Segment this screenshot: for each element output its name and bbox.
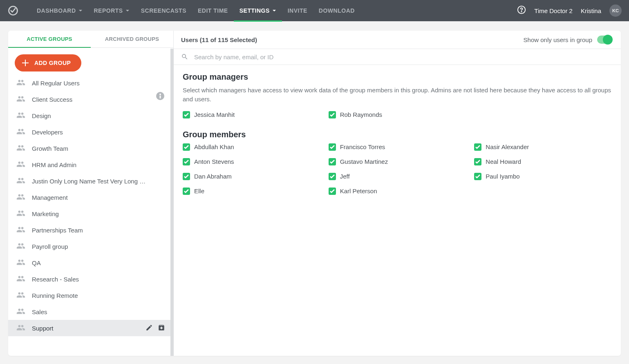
checkbox-icon	[183, 188, 190, 195]
user-checkbox[interactable]: Abdullah Khan	[183, 143, 320, 151]
user-checkbox[interactable]: Karl Peterson	[329, 188, 466, 195]
people-icon	[16, 226, 25, 234]
people-icon	[16, 145, 25, 152]
svg-point-3	[159, 94, 161, 95]
people-icon	[16, 177, 25, 185]
tab-archived-groups[interactable]: ARCHIVED GROUPS	[91, 31, 173, 47]
nav-item-settings[interactable]: SETTINGS	[234, 0, 282, 21]
add-group-button[interactable]: ADD GROUP	[15, 54, 81, 71]
user-name: Jeff	[340, 173, 350, 180]
group-label: HRM and Admin	[32, 161, 165, 168]
user-checkbox[interactable]: Jessica Manhit	[183, 111, 320, 118]
group-row[interactable]: Running Remote	[8, 287, 173, 304]
search-input[interactable]	[194, 54, 613, 60]
group-row[interactable]: Research - Sales	[8, 271, 173, 287]
nav-item-screencasts[interactable]: SCREENCASTS	[135, 0, 192, 21]
group-row[interactable]: Design	[8, 107, 173, 124]
user-name: Rob Raymonds	[340, 111, 382, 118]
people-icon	[16, 324, 25, 332]
user-checkbox[interactable]: Neal Howard	[474, 158, 612, 165]
user-checkbox[interactable]: Dan Abraham	[183, 173, 320, 180]
group-label: QA	[32, 259, 165, 266]
group-row[interactable]: Support	[8, 320, 173, 336]
checkbox-icon	[329, 173, 336, 180]
content-pane: Users (11 of 115 Selected) Show only use…	[174, 31, 621, 356]
user-name: Anton Stevens	[194, 158, 234, 165]
people-icon	[16, 210, 25, 218]
checkbox-icon	[183, 173, 190, 180]
group-label: Client Success	[32, 96, 165, 103]
user-checkbox[interactable]: Elle	[183, 188, 320, 195]
group-row[interactable]: Justin Only Long Name Test Very Long …	[8, 173, 173, 189]
people-icon	[16, 128, 25, 136]
tab-active-groups[interactable]: ACTIVE GROUPS	[8, 31, 91, 47]
group-row[interactable]: Client Success	[8, 91, 173, 107]
group-row[interactable]: Partnerships Team	[8, 222, 173, 238]
user-checkbox[interactable]: Nasir Alexander	[474, 143, 612, 151]
people-icon	[16, 259, 25, 267]
scrollbar[interactable]	[170, 49, 174, 356]
user-checkbox[interactable]: Paul Iyambo	[474, 173, 612, 180]
archive-icon[interactable]	[158, 324, 165, 333]
people-icon	[16, 243, 25, 250]
user-name: Dan Abraham	[194, 173, 232, 180]
user-checkbox[interactable]: Francisco Torres	[329, 143, 466, 151]
people-icon	[16, 275, 25, 283]
group-label: Support	[32, 325, 139, 332]
show-only-toggle[interactable]	[597, 36, 612, 44]
checkbox-icon	[474, 143, 481, 151]
help-icon[interactable]	[517, 5, 526, 16]
search-icon	[181, 53, 188, 60]
nav-item-download[interactable]: DOWNLOAD	[313, 0, 360, 21]
add-group-label: ADD GROUP	[34, 60, 71, 66]
product-name: Time Doctor 2	[534, 7, 573, 14]
sidebar: ACTIVE GROUPSARCHIVED GROUPS ADD GROUP A…	[8, 31, 174, 356]
users-count: Users (11 of 115 Selected)	[181, 36, 257, 43]
nav-item-edit-time[interactable]: EDIT TIME	[192, 0, 234, 21]
user-name: Abdullah Khan	[194, 143, 234, 150]
people-icon	[16, 161, 25, 169]
people-icon	[16, 96, 25, 103]
toggle-label: Show only users in group	[524, 36, 592, 43]
group-row[interactable]: Sales	[8, 304, 173, 320]
user-checkbox[interactable]: Gustavo Martinez	[329, 158, 466, 165]
checkbox-icon	[329, 158, 336, 165]
group-row[interactable]: HRM and Admin	[8, 156, 173, 173]
user-name: Gustavo Martinez	[340, 158, 388, 165]
user-checkbox[interactable]: Anton Stevens	[183, 158, 320, 165]
plus-icon	[22, 60, 29, 66]
group-row[interactable]: Marketing	[8, 205, 173, 222]
group-label: Payroll group	[32, 243, 165, 250]
group-label: All Regular Users	[32, 80, 165, 87]
info-icon[interactable]	[156, 92, 164, 100]
username[interactable]: Kristina	[581, 7, 601, 14]
edit-icon[interactable]	[145, 324, 153, 333]
user-name: Paul Iyambo	[486, 173, 519, 180]
group-label: Developers	[32, 129, 165, 136]
group-row[interactable]: Payroll group	[8, 238, 173, 255]
group-row[interactable]: Growth Team	[8, 140, 173, 156]
group-label: Partnerships Team	[32, 227, 165, 234]
group-label: Running Remote	[32, 292, 165, 299]
group-row[interactable]: QA	[8, 255, 173, 271]
user-checkbox[interactable]: Jeff	[329, 173, 466, 180]
group-label: Justin Only Long Name Test Very Long …	[32, 178, 165, 185]
people-icon	[16, 79, 25, 87]
group-label: Research - Sales	[32, 276, 165, 283]
group-label: Growth Team	[32, 145, 165, 152]
group-row[interactable]: Management	[8, 189, 173, 205]
svg-rect-4	[160, 96, 161, 98]
top-nav: DASHBOARDREPORTSSCREENCASTSEDIT TIMESETT…	[0, 0, 629, 21]
group-label: Sales	[32, 308, 165, 315]
nav-item-dashboard[interactable]: DASHBOARD	[31, 0, 88, 21]
group-row[interactable]: Developers	[8, 124, 173, 140]
group-label: Marketing	[32, 210, 165, 217]
chevron-down-icon	[272, 9, 276, 13]
checkbox-icon	[183, 111, 190, 118]
nav-item-reports[interactable]: REPORTS	[88, 0, 135, 21]
group-row[interactable]: All Regular Users	[8, 75, 173, 91]
user-checkbox[interactable]: Rob Raymonds	[329, 111, 466, 118]
checkbox-icon	[183, 143, 190, 151]
avatar[interactable]: KC	[609, 4, 622, 17]
nav-item-invite[interactable]: INVITE	[282, 0, 313, 21]
